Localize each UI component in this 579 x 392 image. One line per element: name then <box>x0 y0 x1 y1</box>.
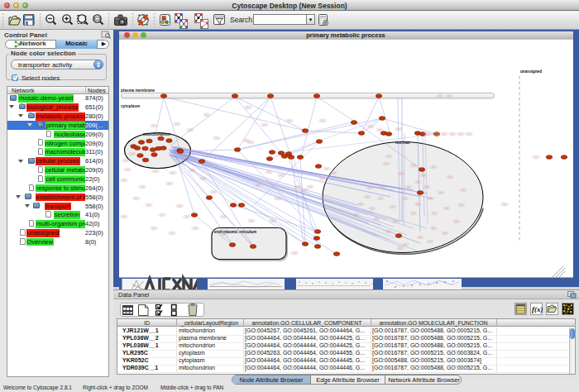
svg-text:plasma membrane: plasma membrane <box>121 88 156 93</box>
svg-text:mitochondrion: mitochondrion <box>143 132 170 136</box>
svg-text:primary metabolic process: primary metabolic process <box>306 31 385 39</box>
svg-text:unassigned: unassigned <box>520 69 542 74</box>
svg-text:endoplasmic reticulum: endoplasmic reticulum <box>214 230 256 234</box>
svg-text:cytoplasm: cytoplasm <box>121 104 140 108</box>
svg-text:f(x): f(x) <box>532 305 543 313</box>
svg-text:nucleus: nucleus <box>395 141 410 145</box>
